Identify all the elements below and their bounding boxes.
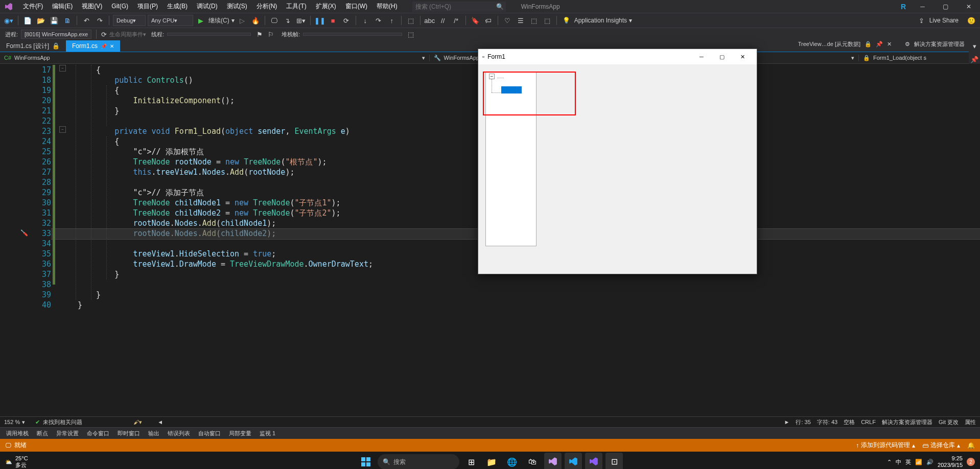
- process-dropdown[interactable]: [8016] WinFormsApp.exe: [21, 30, 91, 39]
- volume-icon[interactable]: 🔊: [926, 459, 934, 465]
- step-icon[interactable]: ↴: [282, 15, 293, 26]
- menu-extensions[interactable]: 扩展(X): [311, 0, 341, 13]
- tab-errorlist[interactable]: 错误列表: [164, 428, 194, 439]
- tool-icon[interactable]: ⬚: [405, 15, 416, 26]
- taskbar-search[interactable]: 🔍搜索: [378, 454, 459, 469]
- bookmark-icon[interactable]: 🔖: [470, 15, 481, 26]
- ctx-pin-icon[interactable]: 📌: [876, 41, 883, 48]
- tab-locals[interactable]: 局部变量: [225, 428, 255, 439]
- panel-dropdown-icon[interactable]: ▾: [969, 40, 980, 52]
- right-tab-2[interactable]: Git 更改: [939, 418, 959, 426]
- search-box[interactable]: 🔍: [412, 2, 506, 12]
- live-share-label[interactable]: Live Share: [929, 17, 959, 24]
- favorite-icon[interactable]: ♡: [502, 15, 513, 26]
- menu-help[interactable]: 帮助(H): [372, 0, 402, 13]
- notifications-icon[interactable]: 🔔: [967, 442, 975, 449]
- menu-window[interactable]: 窗口(W): [341, 0, 372, 13]
- save-icon[interactable]: 💾: [49, 15, 60, 26]
- form1-maximize[interactable]: ▢: [712, 49, 732, 64]
- brush-icon[interactable]: 🖌▾: [133, 419, 142, 426]
- stackframe-dropdown[interactable]: [303, 33, 402, 36]
- stack-tool-icon[interactable]: ⬚: [405, 29, 416, 40]
- menu-git[interactable]: Git(G): [107, 0, 133, 13]
- minimize-button[interactable]: ─: [911, 0, 934, 13]
- fold-icon[interactable]: −: [59, 126, 66, 133]
- menu-test[interactable]: 测试(S): [222, 0, 252, 13]
- browser-icon[interactable]: 🖵: [269, 15, 280, 26]
- app-taskbar-icon[interactable]: ⊡: [605, 453, 623, 469]
- wifi-icon[interactable]: 📶: [915, 459, 922, 465]
- start-button[interactable]: [357, 453, 375, 469]
- system-tray[interactable]: ⌃ 中 英 📶 🔊 9:252023/9/15 2: [887, 455, 975, 468]
- tab-close-icon[interactable]: ✕: [110, 43, 114, 49]
- live-share-icon[interactable]: ⇪: [916, 15, 927, 26]
- menu-view[interactable]: 视图(V): [77, 0, 107, 13]
- tab-output[interactable]: 输出: [144, 428, 164, 439]
- task-view-icon[interactable]: ⊞: [462, 453, 480, 469]
- vscode-icon[interactable]: [565, 453, 582, 469]
- bookmark2-icon[interactable]: 🏷: [483, 15, 494, 26]
- store-icon[interactable]: 🛍: [524, 453, 541, 469]
- thread-dropdown[interactable]: [167, 33, 251, 36]
- diag-icon[interactable]: ⬚: [542, 15, 553, 26]
- pin-icon[interactable]: 📌: [101, 43, 107, 49]
- lifecycle-icon[interactable]: ⟳: [98, 29, 109, 40]
- scroll-left-icon[interactable]: ◄: [157, 419, 163, 425]
- menu-tools[interactable]: 工具(T): [282, 0, 311, 13]
- notification-badge[interactable]: 2: [967, 458, 975, 466]
- fold-icon[interactable]: −: [59, 65, 66, 72]
- panel-pin-icon[interactable]: 📌: [969, 54, 980, 65]
- nav-back-icon[interactable]: ◉▾: [3, 15, 14, 26]
- close-button[interactable]: ✕: [957, 0, 980, 13]
- open-file-icon[interactable]: 📂: [35, 15, 46, 26]
- tab-autos[interactable]: 自动窗口: [194, 428, 225, 439]
- scroll-right-icon[interactable]: ►: [784, 419, 790, 425]
- tab-breakpoints[interactable]: 断点: [33, 428, 52, 439]
- comment-icon[interactable]: //: [437, 15, 449, 26]
- eol-indicator[interactable]: CRLF: [861, 419, 876, 425]
- right-tab-1[interactable]: 解决方案资源管理器: [882, 418, 932, 426]
- snippet-icon[interactable]: ⬚: [528, 15, 540, 26]
- tab-immediate[interactable]: 即时窗口: [113, 428, 144, 439]
- step-into-icon[interactable]: ↓: [360, 15, 371, 26]
- bulb-icon[interactable]: 💡: [563, 17, 570, 24]
- feedback-icon[interactable]: 🙂: [966, 15, 977, 26]
- vs2-taskbar-icon[interactable]: [585, 453, 602, 469]
- tab-callstack[interactable]: 调用堆栈: [2, 428, 33, 439]
- expand-icon[interactable]: −: [489, 74, 495, 79]
- form1-titlebar[interactable]: ▫ Form1 ─ ▢ ✕: [478, 49, 757, 64]
- form1-minimize[interactable]: ─: [691, 49, 712, 64]
- spaces-indicator[interactable]: 空格: [844, 418, 855, 426]
- menu-file[interactable]: 文件(F): [18, 0, 48, 13]
- resharper-icon[interactable]: R: [896, 0, 911, 13]
- selected-tree-node[interactable]: [501, 86, 522, 93]
- config-dropdown[interactable]: Debug ▾: [113, 15, 146, 26]
- start-noattach-icon[interactable]: ▷: [237, 15, 248, 26]
- menu-edit[interactable]: 编辑(E): [48, 0, 77, 13]
- task-icon[interactable]: ☰: [515, 15, 526, 26]
- vs-taskbar-icon[interactable]: [544, 453, 562, 469]
- chevron-up-icon[interactable]: ⌃: [887, 459, 892, 465]
- ime-indicator[interactable]: 中: [896, 458, 901, 466]
- save-all-icon[interactable]: 🗎: [62, 15, 73, 26]
- ime-mode[interactable]: 英: [905, 458, 911, 466]
- tab-designer[interactable]: Form1.cs [设计] 🔒: [0, 40, 66, 52]
- ctx-close-icon[interactable]: ✕: [887, 41, 892, 48]
- format-icon[interactable]: abc: [424, 15, 435, 26]
- edge-icon[interactable]: 🌐: [503, 453, 521, 469]
- step-over-icon[interactable]: ↷: [373, 15, 384, 26]
- menu-build[interactable]: 生成(B): [162, 0, 192, 13]
- tab-exceptions[interactable]: 异常设置: [52, 428, 83, 439]
- continue-button[interactable]: ▶: [195, 15, 206, 26]
- running-form-window[interactable]: ▫ Form1 ─ ▢ ✕ −: [478, 49, 757, 274]
- platform-dropdown[interactable]: Any CPU ▾: [148, 15, 193, 26]
- menu-project[interactable]: 项目(P): [133, 0, 162, 13]
- treeview-control[interactable]: −: [485, 72, 536, 246]
- restart-icon[interactable]: ⟳: [341, 15, 352, 26]
- stop-icon[interactable]: ■: [328, 15, 339, 26]
- right-tab-3[interactable]: 属性: [965, 418, 976, 426]
- tab-code[interactable]: Form1.cs 📌 ✕: [66, 40, 120, 52]
- undo-icon[interactable]: ↶: [81, 15, 92, 26]
- pause-icon[interactable]: ❚❚: [314, 15, 325, 26]
- redo-icon[interactable]: ↷: [94, 15, 105, 26]
